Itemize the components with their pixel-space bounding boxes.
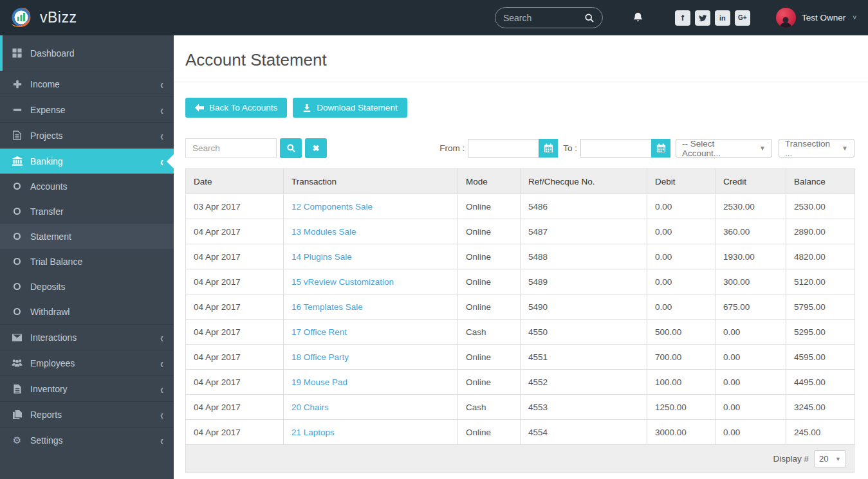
transaction-link[interactable]: 21 Laptops xyxy=(291,428,335,437)
main-content: Account Statement Back To Accounts Downl… xyxy=(174,35,868,479)
cell-mode: Online xyxy=(458,345,521,370)
chevron-down-icon: ˅ xyxy=(853,14,856,21)
sidebar-item-expense[interactable]: Expense ‹ xyxy=(0,96,174,122)
brand[interactable]: vBizz xyxy=(0,6,174,30)
circle-icon xyxy=(12,283,23,290)
cell-transaction: 20 Chairs xyxy=(284,395,458,420)
filter-bar: ✖ From : xyxy=(185,138,854,158)
sidebar-item-label: Interactions xyxy=(30,332,77,343)
document-icon xyxy=(12,131,23,140)
sidebar-item-transfer[interactable]: Transfer xyxy=(0,199,174,224)
sidebar-item-reports[interactable]: Reports ‹ xyxy=(0,401,174,427)
col-mode: Mode xyxy=(458,169,521,194)
sidebar-item-accounts[interactable]: Accounts xyxy=(0,174,174,199)
statement-table-wrap: Date Transaction Mode Ref/Checque No. De… xyxy=(185,168,854,473)
search-button[interactable] xyxy=(280,138,302,158)
sidebar-item-income[interactable]: Income ‹ xyxy=(0,71,174,96)
navbar-search-input[interactable] xyxy=(503,13,584,23)
twitter-icon[interactable] xyxy=(695,10,710,26)
cell-ref: 4554 xyxy=(521,420,647,445)
cell-transaction: 18 Office Party xyxy=(284,345,458,370)
sidebar-item-label: Settings xyxy=(30,435,63,446)
sidebar-item-deposits[interactable]: Deposits xyxy=(0,274,174,299)
copy-icon xyxy=(12,410,23,419)
circle-icon xyxy=(12,308,23,315)
bank-icon xyxy=(12,156,23,166)
sidebar-item-label: Statement xyxy=(30,231,71,242)
navbar-search xyxy=(495,7,603,28)
transaction-link[interactable]: 20 Chairs xyxy=(291,402,329,412)
file-text-icon xyxy=(12,384,23,393)
statement-table: Date Transaction Mode Ref/Checque No. De… xyxy=(185,168,855,445)
cell-credit: 0.00 xyxy=(716,395,786,420)
notifications-bell-icon[interactable] xyxy=(632,12,644,24)
table-row: 04 Apr 201714 Plugins SaleOnline54880.00… xyxy=(186,244,855,269)
cell-date: 04 Apr 2017 xyxy=(186,320,284,345)
cell-ref: 5488 xyxy=(521,244,647,269)
cell-transaction: 14 Plugins Sale xyxy=(284,244,458,269)
sidebar-item-projects[interactable]: Projects ‹ xyxy=(0,122,174,148)
linkedin-icon[interactable]: in xyxy=(715,10,730,26)
chevron-left-icon: ‹ xyxy=(160,330,163,345)
sidebar-item-dashboard[interactable]: Dashboard xyxy=(0,35,174,71)
vbizz-logo-icon xyxy=(9,6,33,30)
sidebar-item-interactions[interactable]: Interactions ‹ xyxy=(0,324,174,350)
table-row: 04 Apr 201715 vReview CustomizationOnlin… xyxy=(186,269,855,294)
grid-icon xyxy=(12,48,23,58)
cell-debit: 0.00 xyxy=(647,194,716,219)
sidebar-item-label: Banking xyxy=(30,156,63,167)
cell-debit: 0.00 xyxy=(647,244,716,269)
sidebar-item-trial-balance[interactable]: Trial Balance xyxy=(0,249,174,274)
clear-search-button[interactable]: ✖ xyxy=(305,138,327,158)
sidebar-item-settings[interactable]: ⚙ Settings ‹ xyxy=(0,427,174,453)
chevron-left-icon: ‹ xyxy=(160,102,163,118)
cell-transaction: 19 Mouse Pad xyxy=(284,370,458,395)
back-to-accounts-button[interactable]: Back To Accounts xyxy=(185,98,287,118)
chevron-down-icon: ▼ xyxy=(753,145,766,152)
facebook-icon[interactable]: f xyxy=(675,10,690,26)
transaction-link[interactable]: 15 vReview Customization xyxy=(291,277,394,287)
transaction-link[interactable]: 14 Plugins Sale xyxy=(291,252,352,262)
cell-mode: Cash xyxy=(458,395,521,420)
table-row: 04 Apr 201719 Mouse PadOnline4552100.000… xyxy=(186,370,855,395)
cell-date: 04 Apr 2017 xyxy=(186,395,284,420)
to-calendar-button[interactable] xyxy=(651,139,670,158)
cell-ref: 5487 xyxy=(521,219,647,244)
cell-transaction: 21 Laptops xyxy=(284,420,458,445)
search-icon[interactable] xyxy=(584,13,595,23)
chevron-left-icon: ‹ xyxy=(160,433,163,448)
table-header-row: Date Transaction Mode Ref/Checque No. De… xyxy=(186,169,855,194)
transaction-link[interactable]: 19 Mouse Pad xyxy=(291,377,347,387)
sidebar-item-statement[interactable]: Statement xyxy=(0,224,174,249)
transaction-link[interactable]: 17 Office Rent xyxy=(291,327,347,337)
transaction-select-value: Transection ... xyxy=(785,139,835,158)
cell-date: 04 Apr 2017 xyxy=(186,244,284,269)
display-count-select[interactable]: 20 ▼ xyxy=(814,450,846,467)
sidebar-item-withdrawl[interactable]: Withdrawl xyxy=(0,299,174,324)
table-search-input[interactable] xyxy=(185,138,277,158)
to-date-input[interactable] xyxy=(580,139,651,158)
transaction-link[interactable]: 18 Office Party xyxy=(291,352,349,362)
transaction-type-select[interactable]: Transection ... ▼ xyxy=(779,139,854,158)
table-footer: Display # 20 ▼ xyxy=(185,445,854,473)
account-select[interactable]: -- Select Account... ▼ xyxy=(676,139,772,158)
sidebar-item-banking[interactable]: Banking ‹ xyxy=(0,148,174,174)
cogs-icon: ⚙ xyxy=(12,435,23,445)
transaction-link[interactable]: 12 Components Sale xyxy=(291,202,373,212)
sidebar-item-employees[interactable]: Employees ‹ xyxy=(0,350,174,375)
download-statement-button[interactable]: Download Statement xyxy=(293,98,407,118)
sidebar-item-inventory[interactable]: Inventory ‹ xyxy=(0,375,174,401)
sidebar-item-label: Deposits xyxy=(30,282,65,292)
cell-mode: Online xyxy=(458,269,521,294)
googleplus-icon[interactable]: G+ xyxy=(735,10,750,26)
from-date-input[interactable] xyxy=(468,139,539,158)
cell-balance: 4495.00 xyxy=(786,370,855,395)
user-menu[interactable]: Test Owner ˅ xyxy=(776,8,856,28)
from-label: From : xyxy=(439,143,465,153)
sidebar-item-label: Inventory xyxy=(30,384,68,394)
transaction-link[interactable]: 16 Templates Sale xyxy=(291,302,363,312)
to-label: To : xyxy=(563,143,577,153)
from-calendar-button[interactable] xyxy=(539,139,558,158)
transaction-link[interactable]: 13 Modules Sale xyxy=(291,227,356,237)
cell-mode: Online xyxy=(458,194,521,219)
